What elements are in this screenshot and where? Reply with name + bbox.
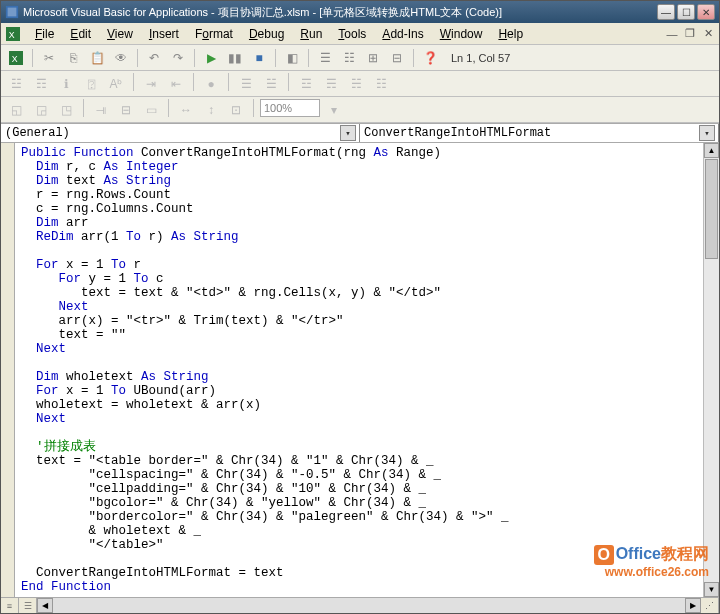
object-browser-icon[interactable]: ⊞	[362, 47, 384, 69]
comment-icon[interactable]: ☰	[235, 73, 257, 95]
scroll-right-icon[interactable]: ▶	[685, 598, 701, 613]
menu-format[interactable]: Format	[187, 25, 241, 43]
separator	[168, 99, 169, 117]
separator	[83, 99, 84, 117]
minimize-button[interactable]: —	[657, 4, 675, 20]
help-icon[interactable]: ❓	[419, 47, 441, 69]
send-back-icon[interactable]: ◲	[30, 99, 52, 121]
object-procedure-row: (General) ConvertRangeIntoHTMLFormat	[1, 123, 719, 143]
horizontal-scrollbar: ≡ ☰ ◀ ▶ ⋰	[1, 597, 719, 613]
doc-close-button[interactable]: ✕	[701, 27, 715, 40]
indent-icon[interactable]: ⇥	[140, 73, 162, 95]
window-title: Microsoft Visual Basic for Applications …	[23, 5, 657, 20]
vertical-scrollbar[interactable]: ▲ ▼	[703, 143, 719, 597]
next-bookmark-icon[interactable]: ☴	[320, 73, 342, 95]
cursor-position: Ln 1, Col 57	[451, 52, 510, 64]
cut-icon[interactable]: ✂	[38, 47, 60, 69]
clear-bookmarks-icon[interactable]: ☷	[370, 73, 392, 95]
hspacing-icon[interactable]: ↔	[175, 99, 197, 121]
menu-file[interactable]: FFileile	[27, 25, 62, 43]
run-icon[interactable]: ▶	[200, 47, 222, 69]
app-window: Microsoft Visual Basic for Applications …	[0, 0, 720, 614]
parameter-info-icon[interactable]: ⍰	[80, 73, 102, 95]
window-controls: — ☐ ✕	[657, 4, 715, 20]
procedure-combo-value: ConvertRangeIntoHTMLFormat	[364, 126, 551, 140]
separator	[308, 49, 309, 67]
procedure-view-icon[interactable]: ≡	[1, 598, 19, 613]
separator	[137, 49, 138, 67]
separator	[32, 49, 33, 67]
menu-debug[interactable]: Debug	[241, 25, 292, 43]
code-editor[interactable]: Public Function ConvertRangeIntoHTMLForm…	[15, 143, 703, 597]
toolbar-standard: X ✂ ⎘ 📋 👁 ↶ ↷ ▶ ▮▮ ■ ◧ ☰ ☷ ⊞ ⊟ ❓ Ln 1, C…	[1, 45, 719, 71]
prev-bookmark-icon[interactable]: ☵	[345, 73, 367, 95]
close-button[interactable]: ✕	[697, 4, 715, 20]
scroll-left-icon[interactable]: ◀	[37, 598, 53, 613]
uncomment-icon[interactable]: ☱	[260, 73, 282, 95]
separator	[413, 49, 414, 67]
toolbar-edit: ☳ ☶ ℹ ⍰ Aᵇ ⇥ ⇤ ● ☰ ☱ ☲ ☴ ☵ ☷	[1, 71, 719, 97]
complete-word-icon[interactable]: Aᵇ	[105, 73, 127, 95]
zoom-dropdown-icon[interactable]: ▾	[323, 99, 345, 121]
menu-run[interactable]: Run	[292, 25, 330, 43]
breakpoint-icon[interactable]: ●	[200, 73, 222, 95]
project-explorer-icon[interactable]: ☰	[314, 47, 336, 69]
reset-icon[interactable]: ■	[248, 47, 270, 69]
scroll-thumb[interactable]	[705, 159, 718, 259]
margin-indicator-bar[interactable]	[1, 143, 15, 597]
scroll-down-icon[interactable]: ▼	[704, 582, 719, 597]
paste-icon[interactable]: 📋	[86, 47, 108, 69]
center-icon[interactable]: ⊟	[115, 99, 137, 121]
menu-window[interactable]: Window	[432, 25, 491, 43]
excel-icon[interactable]: X	[5, 26, 21, 42]
menu-insert[interactable]: Insert	[141, 25, 187, 43]
hscroll-track[interactable]	[53, 598, 685, 613]
properties-icon[interactable]: ☷	[338, 47, 360, 69]
doc-minimize-button[interactable]: —	[665, 27, 679, 40]
bookmark-icon[interactable]: ☲	[295, 73, 317, 95]
same-size-icon[interactable]: ▭	[140, 99, 162, 121]
separator	[275, 49, 276, 67]
menu-help[interactable]: Help	[490, 25, 531, 43]
align-left-icon[interactable]: ⫣	[90, 99, 112, 121]
group-icon[interactable]: ◳	[55, 99, 77, 121]
toolbox-icon[interactable]: ⊟	[386, 47, 408, 69]
procedure-combo[interactable]: ConvertRangeIntoHTMLFormat	[360, 124, 719, 142]
break-icon[interactable]: ▮▮	[224, 47, 246, 69]
list-properties-icon[interactable]: ☳	[5, 73, 27, 95]
sizegrip-icon[interactable]: ⋰	[701, 598, 719, 613]
menu-edit[interactable]: Edit	[62, 25, 99, 43]
scroll-up-icon[interactable]: ▲	[704, 143, 719, 158]
titlebar[interactable]: Microsoft Visual Basic for Applications …	[1, 1, 719, 23]
menu-view[interactable]: View	[99, 25, 141, 43]
view-excel-icon[interactable]: X	[5, 47, 27, 69]
object-combo[interactable]: (General)	[1, 124, 360, 142]
separator	[133, 73, 134, 91]
object-combo-value: (General)	[5, 126, 70, 140]
bring-front-icon[interactable]: ◱	[5, 99, 27, 121]
toolbar-userform: ◱ ◲ ◳ ⫣ ⊟ ▭ ↔ ↕ ⊡ 100% ▾	[1, 97, 719, 123]
undo-icon[interactable]: ↶	[143, 47, 165, 69]
full-module-view-icon[interactable]: ☰	[19, 598, 37, 613]
separator	[228, 73, 229, 91]
quick-info-icon[interactable]: ℹ	[55, 73, 77, 95]
doc-restore-button[interactable]: ❐	[683, 27, 697, 40]
copy-icon[interactable]: ⎘	[62, 47, 84, 69]
maximize-button[interactable]: ☐	[677, 4, 695, 20]
outdent-icon[interactable]: ⇤	[165, 73, 187, 95]
vspacing-icon[interactable]: ↕	[200, 99, 222, 121]
center-form-icon[interactable]: ⊡	[225, 99, 247, 121]
menu-tools[interactable]: Tools	[330, 25, 374, 43]
menu-addins[interactable]: Add-Ins	[374, 25, 431, 43]
svg-rect-1	[8, 8, 17, 17]
find-icon[interactable]: 👁	[110, 47, 132, 69]
svg-text:X: X	[9, 29, 15, 39]
zoom-combo[interactable]: 100%	[260, 99, 320, 117]
design-mode-icon[interactable]: ◧	[281, 47, 303, 69]
app-icon	[5, 5, 19, 19]
redo-icon[interactable]: ↷	[167, 47, 189, 69]
list-constants-icon[interactable]: ☶	[30, 73, 52, 95]
code-pane: Public Function ConvertRangeIntoHTMLForm…	[1, 143, 719, 597]
separator	[194, 49, 195, 67]
separator	[253, 99, 254, 117]
